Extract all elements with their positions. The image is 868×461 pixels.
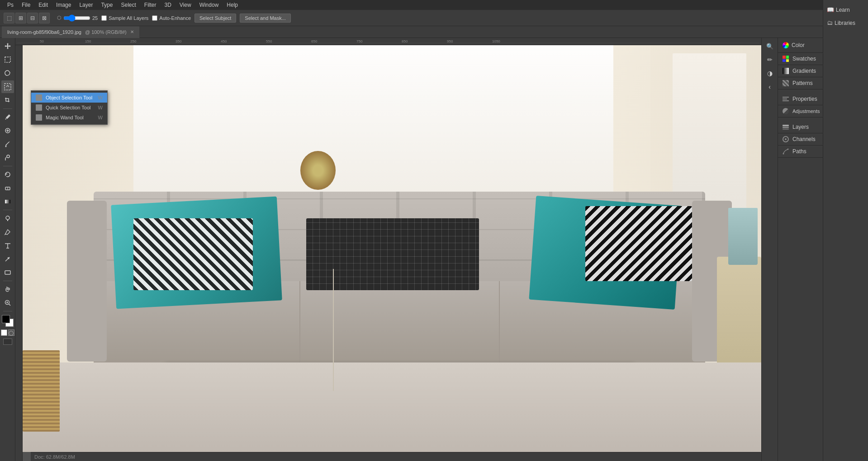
window-frame-center bbox=[333, 269, 334, 391]
svg-point-28 bbox=[787, 149, 789, 150]
history-brush-tool[interactable] bbox=[1, 168, 14, 181]
menu-help[interactable]: Help bbox=[223, 1, 242, 9]
libraries-side-btn[interactable]: 🗂 Libraries bbox=[823, 17, 868, 29]
pen-tool[interactable] bbox=[1, 226, 14, 238]
toolbar-separator-4 bbox=[3, 281, 12, 281]
learn-side-btn[interactable]: 📖 Learn bbox=[823, 4, 868, 16]
canvas-viewport[interactable] bbox=[23, 45, 761, 452]
svg-rect-1 bbox=[5, 84, 11, 90]
svg-text:350: 350 bbox=[175, 39, 182, 43]
svg-text:550: 550 bbox=[266, 39, 272, 43]
toolbar-separator-5 bbox=[3, 311, 12, 311]
menu-view[interactable]: View bbox=[176, 1, 195, 9]
eyedropper-tool[interactable] bbox=[1, 111, 14, 123]
svg-text:1050: 1050 bbox=[492, 39, 500, 43]
brush-tool[interactable] bbox=[1, 138, 14, 151]
main-layout: ◯ 50150 250350 450550 650750 850950 1050 bbox=[0, 38, 868, 461]
sofa bbox=[67, 192, 732, 371]
gradient-tool[interactable] bbox=[1, 195, 14, 208]
eraser-tool[interactable] bbox=[1, 182, 14, 194]
shape-tool[interactable] bbox=[1, 266, 14, 279]
subtract-selection-mode[interactable]: ⊟ bbox=[27, 13, 38, 24]
menu-edit[interactable]: Edit bbox=[35, 1, 52, 9]
healing-tool[interactable] bbox=[1, 124, 14, 137]
libraries-side-label: Libraries bbox=[835, 20, 855, 26]
hand-tool[interactable] bbox=[1, 283, 14, 296]
menu-filter[interactable]: Filter bbox=[141, 1, 160, 9]
svg-point-4 bbox=[7, 155, 9, 158]
quick-mask-on[interactable]: ◯ bbox=[8, 329, 14, 336]
lasso-tool[interactable] bbox=[1, 67, 14, 80]
svg-text:150: 150 bbox=[85, 39, 91, 43]
floor bbox=[23, 362, 761, 452]
learn-side-icon: 📖 bbox=[827, 6, 834, 13]
path-selection-tool[interactable] bbox=[1, 253, 14, 265]
pillow-cat-pattern bbox=[306, 218, 479, 290]
add-selection-mode[interactable]: ⊞ bbox=[15, 13, 26, 24]
menu-file[interactable]: File bbox=[18, 1, 34, 9]
svg-point-3 bbox=[5, 146, 6, 147]
right-panel: Color 📚 Learn Swatches Gradients bbox=[778, 38, 868, 461]
zoom-tool[interactable] bbox=[1, 296, 14, 309]
select-subject-button[interactable]: Select Subject bbox=[194, 14, 236, 23]
ps-logo[interactable]: Ps bbox=[4, 1, 17, 9]
clone-stamp-tool[interactable] bbox=[1, 151, 14, 164]
channels-icon bbox=[783, 136, 789, 142]
svg-text:950: 950 bbox=[447, 39, 453, 43]
select-and-mask-button[interactable]: Select and Mask... bbox=[240, 14, 291, 23]
svg-rect-7 bbox=[5, 200, 10, 203]
collapse-icon-btn[interactable]: ‹ bbox=[764, 80, 776, 93]
marquee-tool[interactable] bbox=[1, 53, 14, 66]
auto-enhance-checkbox[interactable] bbox=[152, 15, 157, 21]
sample-all-layers-checkbox[interactable] bbox=[101, 15, 107, 21]
svg-text:50: 50 bbox=[40, 39, 44, 43]
search-icon-btn[interactable]: 🔍 bbox=[764, 40, 776, 52]
object-selection-tool-item[interactable]: Object Selection Tool W bbox=[31, 93, 107, 103]
vase bbox=[728, 208, 758, 265]
ruler-vertical bbox=[15, 45, 23, 461]
menu-3d[interactable]: 3D bbox=[161, 1, 175, 9]
svg-text:850: 850 bbox=[402, 39, 408, 43]
color-wheel-icon bbox=[783, 42, 789, 48]
svg-text:750: 750 bbox=[356, 39, 363, 43]
color-panel-tab[interactable]: Color bbox=[778, 38, 823, 52]
gradients-icon bbox=[783, 68, 789, 74]
quick-selection-icon bbox=[36, 104, 42, 111]
screen-mode[interactable] bbox=[3, 339, 12, 345]
brush-size-slider[interactable] bbox=[63, 14, 90, 22]
learn-side-label: Learn bbox=[836, 7, 850, 13]
status-info: Doc: 62.8M/62.8M bbox=[34, 454, 75, 460]
toolbar-separator-3 bbox=[3, 210, 12, 210]
pen-edit-icon-btn[interactable]: ✏ bbox=[764, 53, 776, 66]
pillow-bw-left bbox=[133, 218, 253, 290]
intersect-selection-mode[interactable]: ⊠ bbox=[39, 13, 50, 24]
menu-image[interactable]: Image bbox=[52, 1, 75, 9]
move-tool[interactable] bbox=[1, 40, 14, 52]
dodge-tool[interactable] bbox=[1, 212, 14, 225]
adjustments-icon bbox=[783, 108, 789, 114]
text-tool[interactable] bbox=[1, 239, 14, 252]
document-tab[interactable]: living-room-gb85f90ba6_1920.jpg @ 100% (… bbox=[2, 26, 140, 38]
ruler-marks-horizontal: 50150 250350 450550 650750 850950 1050 bbox=[17, 38, 759, 45]
adjust-icon-btn[interactable]: ◑ bbox=[764, 67, 776, 80]
sample-all-layers-label[interactable]: Sample All Layers bbox=[101, 15, 148, 21]
tab-close-button[interactable]: ✕ bbox=[130, 29, 134, 34]
toolbar-separator-2 bbox=[3, 166, 12, 166]
foreground-color-swatch[interactable] bbox=[2, 315, 10, 323]
quick-selection-tool-item[interactable]: Quick Selection Tool W bbox=[31, 103, 107, 113]
svg-point-27 bbox=[783, 153, 784, 155]
menu-select[interactable]: Select bbox=[117, 1, 139, 9]
canvas-area[interactable]: 50150 250350 450550 650750 850950 1050 bbox=[15, 38, 761, 461]
object-selection-tool[interactable] bbox=[1, 80, 14, 93]
menu-layer[interactable]: Layer bbox=[76, 1, 96, 9]
menu-window[interactable]: Window bbox=[196, 1, 223, 9]
color-swatches[interactable] bbox=[2, 315, 14, 327]
left-toolbar: ◯ bbox=[0, 38, 15, 461]
new-selection-mode[interactable]: ⬚ bbox=[4, 13, 14, 24]
magic-wand-tool-item[interactable]: Magic Wand Tool W bbox=[31, 113, 107, 122]
quick-mask-off[interactable] bbox=[1, 329, 7, 336]
auto-enhance-label[interactable]: Auto-Enhance bbox=[152, 15, 191, 21]
crop-tool[interactable] bbox=[1, 94, 14, 107]
menu-type[interactable]: Type bbox=[97, 1, 116, 9]
svg-point-8 bbox=[6, 216, 9, 220]
